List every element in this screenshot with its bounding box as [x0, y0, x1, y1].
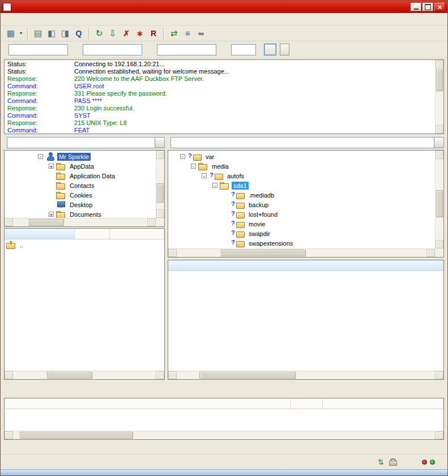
tree-item[interactable]: var — [168, 152, 435, 161]
menu-item[interactable] — [67, 18, 76, 21]
scroll-right-button[interactable] — [435, 431, 443, 439]
direction-column-header[interactable] — [291, 398, 323, 409]
dropdown-icon[interactable] — [434, 138, 443, 148]
transfer-queue-pane[interactable] — [4, 398, 444, 440]
site-manager-dropdown[interactable]: ▾ — [18, 27, 24, 40]
scroll-down-button[interactable] — [436, 125, 443, 134]
scrollbar-thumb[interactable] — [29, 219, 64, 226]
expander-icon[interactable] — [49, 212, 54, 217]
username-input[interactable] — [83, 44, 142, 55]
refresh-button[interactable]: ↻ — [92, 27, 106, 40]
tree-item[interactable]: .mediadb — [168, 190, 435, 200]
filename-column-header[interactable] — [5, 229, 75, 239]
scroll-right-button[interactable] — [147, 218, 156, 226]
menu-item[interactable] — [31, 18, 40, 21]
scroll-down-button[interactable] — [156, 209, 164, 218]
tree-item[interactable]: sda1 — [168, 181, 435, 190]
server-local-file-column-header[interactable] — [5, 398, 291, 409]
toggle-queue-button[interactable]: Q — [72, 27, 86, 40]
site-manager-button[interactable]: ▦ — [4, 27, 18, 40]
filename-column-header[interactable] — [168, 260, 443, 271]
file-row[interactable]: .. — [5, 239, 164, 250]
filetype-column-header[interactable] — [110, 229, 164, 239]
tree-item[interactable]: Cookies — [5, 190, 156, 200]
toggle-log-button[interactable]: ▤ — [31, 27, 45, 40]
local-tree-hscrollbar[interactable] — [5, 218, 156, 226]
host-input[interactable] — [8, 44, 68, 55]
directory-comparison-button[interactable]: ≡ — [181, 27, 194, 40]
disconnect-button[interactable]: ∗ — [133, 27, 147, 40]
scrollbar-thumb[interactable] — [199, 372, 296, 379]
expander-icon[interactable] — [191, 164, 196, 169]
title-bar[interactable] — [1, 1, 447, 13]
local-site-combobox[interactable] — [7, 137, 165, 148]
tree-item[interactable]: AppData — [5, 161, 156, 171]
expander-icon[interactable] — [212, 183, 217, 188]
local-tree-vscrollbar[interactable] — [156, 151, 164, 218]
local-file-list[interactable]: .. — [4, 228, 165, 380]
password-input[interactable] — [157, 44, 216, 55]
local-list-hscrollbar[interactable] — [5, 371, 164, 379]
reconnect-button[interactable]: R — [147, 27, 160, 40]
tree-item[interactable]: Mr Sparkle — [5, 152, 156, 161]
scroll-left-button[interactable] — [168, 371, 177, 379]
scroll-right-button[interactable] — [435, 371, 443, 379]
scrollbar-thumb[interactable] — [47, 372, 92, 379]
scroll-right-button[interactable] — [156, 371, 164, 379]
tree-item[interactable]: backup — [168, 200, 435, 209]
scroll-up-button[interactable] — [156, 151, 164, 159]
menu-item[interactable] — [4, 18, 13, 21]
log-scrollbar[interactable] — [435, 60, 443, 134]
tree-item[interactable]: Desktop — [5, 200, 156, 209]
message-log[interactable]: Status: Connecting to 192.168.1.20:21...… — [4, 59, 444, 134]
close-button[interactable] — [434, 3, 445, 11]
scroll-right-button[interactable] — [426, 249, 435, 257]
scroll-up-button[interactable] — [436, 151, 443, 159]
scrollbar-thumb[interactable] — [436, 190, 443, 217]
local-tree-pane[interactable]: Mr Sparkle AppData Application Data Cont… — [4, 150, 165, 227]
port-input[interactable] — [231, 44, 256, 55]
quickconnect-dropdown-button[interactable] — [280, 44, 289, 55]
menu-item[interactable] — [13, 18, 22, 21]
scroll-left-button[interactable] — [5, 371, 13, 379]
maximize-button[interactable] — [423, 3, 433, 11]
tree-item[interactable]: autofs — [168, 171, 435, 181]
find-files-button[interactable]: ∞ — [194, 27, 208, 40]
scroll-left-button[interactable] — [168, 249, 177, 257]
scrollbar-thumb[interactable] — [20, 432, 133, 439]
tree-item[interactable]: Application Data — [5, 171, 156, 181]
filesize-column-header[interactable] — [75, 229, 110, 239]
menu-item[interactable] — [40, 18, 49, 21]
expander-icon[interactable] — [180, 154, 185, 159]
cancel-button[interactable]: ✗ — [120, 27, 133, 40]
remote-tree-vscrollbar[interactable] — [435, 151, 443, 248]
expander-icon[interactable] — [202, 173, 207, 178]
remote-file-column-header[interactable] — [323, 398, 443, 409]
toggle-remote-tree-button[interactable]: ◨ — [58, 27, 72, 40]
remote-list-hscrollbar[interactable] — [168, 371, 443, 379]
tree-item[interactable]: lost+found — [168, 209, 435, 219]
menu-item[interactable] — [22, 18, 31, 21]
tree-item[interactable]: swapextensions — [168, 238, 435, 248]
quickconnect-button[interactable] — [264, 44, 276, 55]
expander-icon[interactable] — [49, 164, 54, 169]
remote-site-combobox[interactable] — [170, 137, 444, 148]
scrollbar-thumb[interactable] — [221, 250, 306, 256]
expander-icon[interactable] — [38, 154, 43, 159]
scrollbar-thumb[interactable] — [436, 70, 443, 91]
tree-item[interactable]: swapdir — [168, 229, 435, 238]
tree-item[interactable]: Documents — [5, 209, 156, 218]
toggle-local-tree-button[interactable]: ◧ — [45, 27, 58, 40]
scrollbar-thumb[interactable] — [157, 183, 164, 203]
dropdown-icon[interactable] — [155, 138, 164, 148]
process-queue-button[interactable]: ⇩ — [106, 27, 120, 40]
tree-item[interactable]: movie — [168, 219, 435, 229]
minimize-button[interactable] — [411, 3, 421, 11]
synchronize-browsing-button[interactable]: ⇄ — [167, 27, 181, 40]
remote-tree-hscrollbar[interactable] — [168, 248, 435, 257]
queue-hscrollbar[interactable] — [5, 431, 443, 439]
queue-list[interactable] — [5, 409, 443, 431]
menu-item[interactable] — [49, 18, 58, 21]
remote-tree-pane[interactable]: var media autofs sda1 .mediadb — [168, 150, 444, 258]
scroll-left-button[interactable] — [5, 218, 13, 226]
